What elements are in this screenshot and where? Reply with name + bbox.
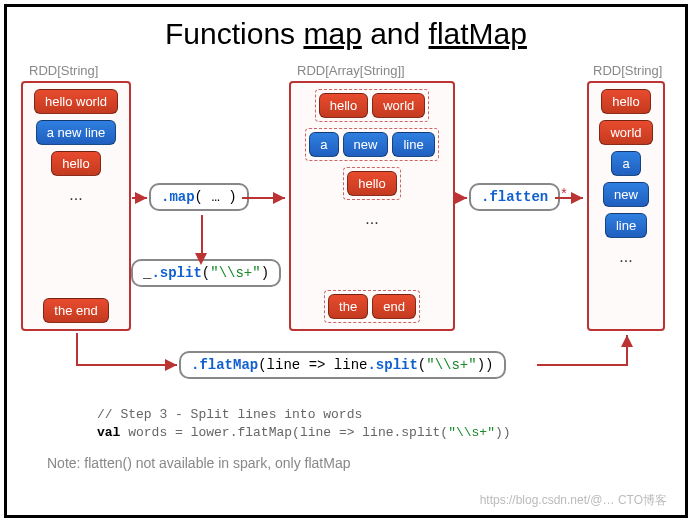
- footer-code-line: val words = lower.flatMap(line => line.s…: [97, 425, 511, 440]
- flatmap-code-box: .flatMap(line => line.split("\\s+")): [179, 351, 506, 379]
- data-pill: world: [599, 120, 652, 145]
- data-pill: hello: [601, 89, 650, 114]
- data-pill: new: [603, 182, 649, 207]
- rdd-right-column: helloworldanewline...: [587, 81, 665, 331]
- data-pill: end: [372, 294, 416, 319]
- ellipsis: ...: [619, 244, 632, 270]
- rdd-mid-column: helloworldanewlinehello...theend: [289, 81, 455, 331]
- title-prefix: Functions: [165, 17, 303, 50]
- array-group: hello: [343, 167, 400, 200]
- map-code-box: .map( … ): [149, 183, 249, 211]
- map-keyword: .map: [161, 189, 195, 205]
- split-keyword: .split: [151, 265, 201, 281]
- data-pill: hello: [347, 171, 396, 196]
- data-pill: line: [392, 132, 434, 157]
- title-and: and: [362, 17, 429, 50]
- footer-comment: // Step 3 - Split lines into words: [97, 407, 362, 422]
- ellipsis: ...: [69, 182, 82, 208]
- flatmap-keyword: .flatMap: [191, 357, 258, 373]
- flatten-code-box: .flatten: [469, 183, 560, 211]
- data-pill: a: [611, 151, 640, 176]
- rdd-label-mid: RDD[Array[String]]: [297, 63, 405, 78]
- array-group: theend: [324, 290, 420, 323]
- data-pill: the end: [43, 298, 108, 323]
- arrow-map-down-head: [195, 253, 207, 265]
- array-group: helloworld: [315, 89, 430, 122]
- page-title: Functions map and flatMap: [7, 17, 685, 51]
- ellipsis: ...: [365, 206, 378, 232]
- arrow-map-down-stem: [201, 215, 203, 255]
- diagram-stage: RDD[String] RDD[Array[String]] RDD[Strin…: [7, 63, 685, 423]
- rdd-left-column: hello worlda new linehello...the end: [21, 81, 131, 331]
- data-pill: new: [343, 132, 389, 157]
- rdd-label-right: RDD[String]: [593, 63, 662, 78]
- data-pill: world: [372, 93, 425, 118]
- data-pill: a: [309, 132, 338, 157]
- data-pill: line: [605, 213, 647, 238]
- data-pill: hello world: [34, 89, 118, 114]
- footnote: Note: flatten() not available in spark, …: [47, 455, 351, 471]
- rdd-label-left: RDD[String]: [29, 63, 98, 78]
- data-pill: a new line: [36, 120, 117, 145]
- data-pill: the: [328, 294, 368, 319]
- data-pill: hello: [319, 93, 368, 118]
- watermark: https://blog.csdn.net/@… CTO博客: [480, 492, 667, 509]
- flatten-keyword: .flatten: [481, 189, 548, 205]
- title-flatmap: flatMap: [429, 17, 527, 50]
- array-group: anewline: [305, 128, 438, 161]
- title-map: map: [303, 17, 361, 50]
- data-pill: hello: [51, 151, 100, 176]
